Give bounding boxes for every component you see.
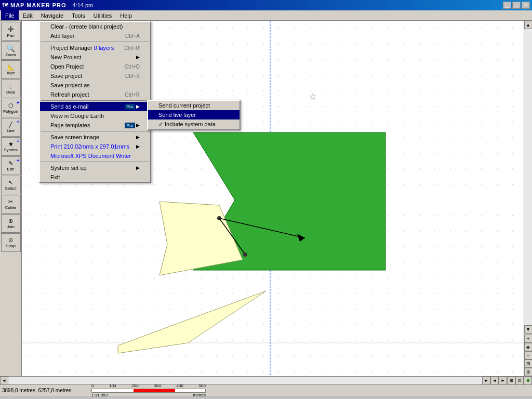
menu-save-project[interactable]: Save project Ctrl+S — [40, 71, 150, 81]
scroll-right-button[interactable]: ► — [482, 377, 490, 385]
pro-badge: Pro — [125, 104, 135, 110]
svg-text:☆: ☆ — [309, 91, 317, 102]
snap-tool[interactable]: ⊙ Snap — [1, 233, 21, 252]
maximize-button[interactable]: □ — [512, 2, 521, 9]
tape-icon: 📐 — [7, 64, 15, 71]
select-icon: ↖ — [8, 179, 13, 186]
scroll-up-button[interactable]: ▲ — [524, 21, 533, 29]
pan-tool[interactable]: ✛ Pan — [1, 22, 21, 41]
menu-bar: File Edit Navigate Tools Utilities Help — [0, 10, 532, 21]
edit-icon: ✎ — [8, 160, 13, 167]
select-tool[interactable]: ↖ Select — [1, 176, 21, 194]
line-tool[interactable]: ╱ Line + — [1, 118, 21, 137]
separator-1 — [41, 42, 149, 42]
add-button[interactable]: ⊕ — [524, 377, 532, 385]
polygon-label: Polygon — [3, 109, 18, 114]
menu-print[interactable]: Print 210.02mms x 297.01mms ▶ — [40, 142, 150, 151]
data-tool[interactable]: ≡ Data — [1, 79, 21, 98]
zoom-nav-button[interactable]: ◈ — [524, 343, 533, 351]
edit-add-icon: + — [17, 157, 20, 163]
scale-ratio: 1:11.053 — [91, 393, 108, 397]
page-templates-pro-badge: Pro — [125, 123, 135, 128]
menu-send-live-layer[interactable]: Send live layer — [148, 110, 240, 119]
separator-2 — [41, 100, 149, 101]
zoom-tool[interactable]: 🔍 Zoom — [1, 41, 21, 60]
scroll-end-button[interactable]: ⊕ — [524, 368, 533, 376]
scale-bar: 0 100 200 300 400 500 1:11.053 metres — [91, 383, 206, 397]
svg-point-12 — [243, 252, 247, 257]
polygon-add-icon: + — [17, 100, 20, 105]
left-toolbar: ✛ Pan 🔍 Zoom 📐 Tape ≡ Data ⬡ Polygon + ╱… — [0, 21, 22, 376]
polygon-icon: ⬡ — [8, 102, 14, 109]
edit-tool[interactable]: ✎ Edit + — [1, 156, 21, 175]
grid-button[interactable]: ⊞ — [507, 377, 515, 385]
title-bar-controls: _ □ ✕ — [503, 2, 530, 9]
menu-send-email[interactable]: Send as e-mail Pro ▶ — [40, 102, 150, 111]
tape-tool[interactable]: 📐 Tape — [1, 60, 21, 79]
menu-utilities[interactable]: Utilities — [89, 10, 116, 20]
menu-save-project-as[interactable]: Save project as — [40, 81, 150, 90]
menu-file[interactable]: File — [1, 10, 19, 20]
separator-3 — [41, 131, 149, 131]
menu-view-google-earth[interactable]: View in Google Earth — [40, 111, 150, 121]
status-bar: 3898,0 metres, 6257,8 metres 0 100 200 3… — [0, 384, 532, 396]
menu-tools[interactable]: Tools — [68, 10, 89, 20]
scale-indicator — [134, 389, 175, 392]
scroll-down-button[interactable]: ▼ — [524, 325, 533, 334]
menu-navigate[interactable]: Navigate — [37, 10, 68, 20]
select-label: Select — [5, 186, 16, 191]
menu-add-layer[interactable]: Add layer Ctrl+A — [40, 31, 150, 41]
scroll-track-horizontal[interactable] — [8, 377, 482, 384]
settings-button[interactable]: ⊡ — [515, 377, 524, 385]
zoom-in-button[interactable]: + — [524, 335, 533, 343]
polygon-tool[interactable]: ⬡ Polygon + — [1, 99, 21, 117]
menu-help[interactable]: Help — [116, 10, 136, 20]
next-button[interactable]: ► — [499, 377, 507, 385]
scale-label-row: 1:11.053 metres — [91, 393, 206, 397]
zoom-fit-button[interactable]: ⊞ — [524, 360, 533, 368]
menu-project-manager[interactable]: Project Manager 0 layers Ctrl+M — [40, 43, 150, 52]
menu-include-system-data[interactable]: ✓ Include system data — [148, 119, 240, 129]
zoom-icon: 🔍 — [6, 44, 15, 52]
prev-button[interactable]: ◄ — [490, 377, 499, 385]
bottom-scrollbar: ◄ ► ◄ ► ⊞ ⊡ ⊕ — [0, 376, 532, 384]
scroll-track-vertical[interactable] — [524, 29, 532, 325]
menu-xps[interactable]: Microsoft XPS Document Writer — [40, 151, 150, 161]
zoom-label: Zoom — [5, 52, 16, 57]
send-layer-submenu: Send current project Send live layer ✓ I… — [147, 100, 241, 130]
menu-system-setup[interactable]: System set up ▶ — [40, 163, 150, 172]
menu-clear[interactable]: Clear - (create blank project) — [40, 22, 150, 31]
edit-label: Edit — [7, 167, 15, 171]
app-icon: 🗺 — [2, 2, 8, 9]
data-label: Data — [6, 90, 15, 95]
right-scrollbar: ▲ ▼ + ◈ - ⊞ ⊕ — [524, 21, 532, 376]
scale-ruler — [91, 389, 206, 393]
menu-save-screen-image[interactable]: Save screen image ▶ — [40, 132, 150, 142]
menu-exit[interactable]: Exit — [40, 172, 150, 182]
symbol-label: Symbol — [4, 148, 18, 152]
coords-display: 3898,0 metres, 6257,8 metres — [2, 388, 85, 393]
cutter-tool[interactable]: ✂ Cutter — [1, 195, 21, 214]
cutter-icon: ✂ — [8, 198, 13, 205]
minimize-button[interactable]: _ — [503, 2, 511, 9]
pan-label: Pan — [7, 33, 14, 38]
menu-edit[interactable]: Edit — [19, 10, 37, 20]
join-tool[interactable]: ⊕ Join — [1, 214, 21, 233]
menu-send-current-project[interactable]: Send current project — [148, 101, 240, 110]
zoom-out-button[interactable]: - — [524, 351, 533, 360]
separator-4 — [41, 162, 149, 162]
tape-label: Tape — [6, 71, 15, 75]
symbol-add-icon: + — [17, 138, 20, 144]
join-icon: ⊕ — [8, 218, 13, 224]
symbol-tool[interactable]: ★ Symbol + — [1, 137, 21, 156]
scroll-left-button[interactable]: ◄ — [0, 377, 8, 385]
line-add-icon: + — [17, 119, 20, 125]
scale-markers: 0 100 200 300 400 500 — [91, 383, 206, 388]
symbol-icon: ★ — [8, 141, 14, 148]
menu-new-project[interactable]: New Project ▶ — [40, 52, 150, 62]
menu-refresh-project[interactable]: Refresh project Ctrl+R — [40, 90, 150, 99]
menu-open-project[interactable]: Open Project Ctrl+O — [40, 62, 150, 71]
snap-icon: ⊙ — [8, 237, 13, 244]
menu-page-templates[interactable]: Page templates Pro ▶ — [40, 121, 150, 130]
close-button[interactable]: ✕ — [522, 2, 530, 9]
